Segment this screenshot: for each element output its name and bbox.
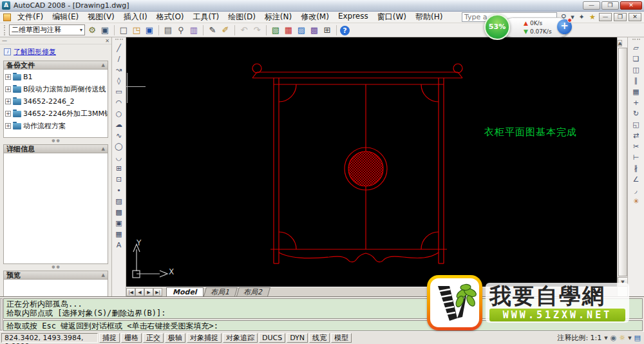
spline-tool-icon[interactable]: ∿	[113, 130, 124, 141]
workspace-panel-icon[interactable]: ▣	[99, 24, 111, 36]
drawing-doc-icon[interactable]	[3, 14, 11, 21]
menu-item[interactable]: Express	[334, 11, 373, 23]
menu-item[interactable]: 视图(V)	[83, 11, 119, 23]
redo-icon[interactable]: ↷	[251, 24, 263, 36]
menu-item[interactable]: 窗口(W)	[373, 11, 411, 23]
hatch-tool-icon[interactable]: ▨	[113, 196, 124, 207]
collapse-chevron-icon[interactable]: ▲	[102, 272, 105, 278]
backup-file-item[interactable]: 34652-2246_2	[4, 95, 108, 108]
insert-block-tool-icon[interactable]: ⊞	[113, 163, 124, 174]
point-tool-icon[interactable]: •	[113, 185, 124, 196]
make-block-tool-icon[interactable]: ⊡	[113, 174, 124, 185]
offset-tool-icon[interactable]: ∥	[630, 75, 641, 86]
mirror-tool-icon[interactable]: ◫	[630, 64, 641, 75]
panel-splitter[interactable]: ● ●	[0, 138, 111, 142]
collapse-chevron-icon[interactable]: ▲	[102, 62, 105, 68]
minimize-button[interactable]: —	[583, 1, 600, 10]
copy-tool-icon[interactable]: ❏	[630, 53, 641, 64]
toolbar-grip[interactable]	[632, 39, 640, 41]
region-tool-icon[interactable]: ▣	[113, 218, 124, 229]
communication-center-icon[interactable]: ✦	[577, 13, 586, 21]
details-header[interactable]: 详细信息 ▲	[3, 144, 108, 153]
status-toggle[interactable]: DUCS	[259, 333, 285, 343]
first-tab-icon[interactable]: |◀	[126, 288, 135, 296]
rectangle-tool-icon[interactable]: ▭	[113, 86, 124, 97]
table-tool-icon[interactable]: ▦	[113, 229, 124, 240]
menu-item[interactable]: 编辑(E)	[48, 11, 83, 23]
construction-line-tool-icon[interactable]: ∕	[113, 53, 124, 64]
last-tab-icon[interactable]: ▶|	[153, 288, 162, 296]
backup-file-item[interactable]: 34652-2246外加工3MM铝焊	[4, 108, 108, 120]
help-icon[interactable]: ?	[340, 26, 350, 35]
explode-tool-icon[interactable]: ✳	[630, 196, 641, 207]
polygon-tool-icon[interactable]: ◊	[113, 75, 124, 86]
menu-item[interactable]: 插入(I)	[119, 11, 152, 23]
backup-file-item[interactable]: B1	[4, 71, 108, 83]
rotate-tool-icon[interactable]: ↻	[630, 108, 641, 119]
chamfer-tool-icon[interactable]: ∠	[630, 174, 641, 185]
calculator-icon[interactable]: ⊞	[321, 24, 333, 36]
gradient-tool-icon[interactable]: ▩	[113, 207, 124, 218]
menu-item[interactable]: 绘图(D)	[223, 11, 260, 23]
menu-item[interactable]: 文件(F)	[13, 11, 48, 23]
markup-set-manager-icon[interactable]: ▦	[283, 24, 294, 36]
mdi-minimize-button[interactable]: —	[599, 13, 612, 21]
tree-expand-icon[interactable]	[5, 123, 11, 129]
menu-item[interactable]: 标注(N)	[260, 11, 296, 23]
scrollbar-thumb[interactable]	[618, 48, 627, 276]
tray-icon[interactable]: ▤	[634, 334, 641, 342]
scroll-up-icon[interactable]: ▲	[618, 40, 622, 46]
collapse-chevron-icon[interactable]: ▲	[102, 146, 105, 151]
palette-close-icon[interactable]: ✕	[105, 38, 109, 44]
preview-header[interactable]: 预览 ▲	[3, 271, 108, 280]
menu-item[interactable]: 格式(O)	[152, 11, 189, 23]
plot-icon[interactable]: ▤	[162, 24, 174, 36]
open-file-icon[interactable]: ◳	[131, 24, 142, 36]
learn-recovery-link[interactable]: 了解图形修复	[14, 47, 56, 57]
close-button[interactable]: ✕	[620, 1, 642, 10]
array-tool-icon[interactable]: ▦	[630, 86, 641, 97]
palette-minimize-icon[interactable]: —	[2, 38, 7, 44]
status-toggle[interactable]: 栅格	[121, 333, 142, 343]
tree-expand-icon[interactable]	[5, 111, 11, 117]
status-toggle[interactable]: 模型	[331, 333, 352, 343]
status-toggle[interactable]: 极轴	[165, 333, 185, 343]
scale-dropdown-icon[interactable]: ▼	[604, 336, 607, 341]
publish-icon[interactable]: ▥	[188, 24, 200, 36]
undo-icon[interactable]: ↶	[238, 24, 250, 36]
prev-tab-icon[interactable]: ◀	[135, 288, 144, 296]
panel-splitter[interactable]: ● ●	[0, 264, 111, 269]
properties-palette-icon[interactable]: ▩	[308, 24, 320, 36]
command-window-grab-bar[interactable]	[0, 298, 3, 330]
ellipse-arc-tool-icon[interactable]: ◡	[113, 152, 124, 163]
sheet-set-manager-icon[interactable]: ▧	[270, 24, 281, 36]
progress-badge[interactable]: 53%	[484, 14, 510, 40]
status-toggle[interactable]: 对象捕捉	[187, 333, 222, 343]
circle-tool-icon[interactable]: ○	[113, 108, 124, 119]
workspace-dropdown[interactable]: 二维草图与注释 ▾	[9, 24, 85, 35]
menu-item[interactable]: 帮助(H)	[411, 11, 447, 23]
toolbar-grip[interactable]	[4, 25, 6, 35]
tree-expand-icon[interactable]	[5, 86, 11, 92]
backup-file-item[interactable]: B段动力滚筒加两侧传送线	[4, 83, 108, 95]
line-tool-icon[interactable]: ╱	[113, 43, 124, 53]
arc-tool-icon[interactable]: ◠	[113, 97, 124, 108]
status-toggle[interactable]: 正交	[143, 333, 164, 343]
move-tool-icon[interactable]: +	[630, 97, 641, 108]
block-editor-icon[interactable]: ▨	[296, 24, 307, 36]
vertical-scrollbar[interactable]: ▲ ▼	[617, 37, 627, 296]
tab-model[interactable]: Model	[166, 287, 204, 296]
save-icon[interactable]: ▣	[144, 24, 155, 36]
next-tab-icon[interactable]: ▶	[144, 288, 153, 296]
toolbar-grip[interactable]	[115, 39, 123, 41]
favorites-star-icon[interactable]: ★	[588, 13, 597, 21]
status-toggle[interactable]: 捕捉	[99, 333, 120, 343]
maximize-button[interactable]: ❐	[601, 1, 619, 10]
extend-tool-icon[interactable]: ⊢	[630, 152, 641, 163]
menu-item[interactable]: 修改(M)	[296, 11, 334, 23]
annotation-autoscale-icon[interactable]: ☼	[619, 334, 625, 342]
mdi-close-button[interactable]: ✕	[629, 13, 641, 21]
coordinate-readout[interactable]: 824.3402, 1493.3984, 0.0000	[1, 333, 98, 343]
status-menu-icon[interactable]: ▼	[628, 336, 631, 341]
download-monitor-overlay[interactable]: ▲ 0K/s ▼ 0.07K/s 53% +	[484, 14, 572, 41]
